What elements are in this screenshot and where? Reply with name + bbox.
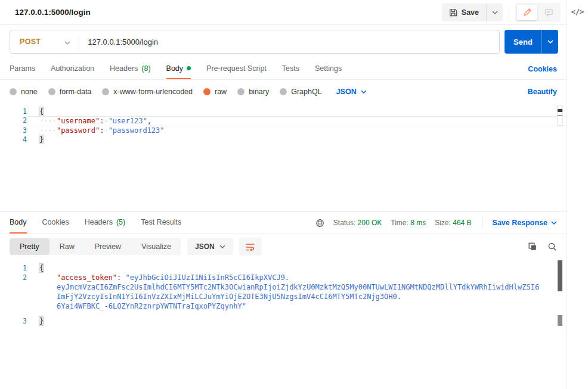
save-button[interactable]: Save	[442, 4, 486, 21]
tab-response-headers[interactable]: Headers(5)	[85, 212, 126, 234]
radio-graphql[interactable]: GraphQL	[280, 88, 321, 96]
code-line-wrapped: ImFjY2VzcyIsInN1YiI6InVzZXIxMjMiLCJuYmYi…	[0, 292, 567, 301]
divider	[509, 5, 509, 20]
save-button-group: Save	[442, 4, 503, 21]
chevron-down-icon	[219, 245, 225, 248]
code-line: 2 "access_token": "eyJhbGciOiJIUzI1NiIsI…	[0, 273, 567, 282]
tab-headers[interactable]: Headers(8)	[110, 58, 151, 79]
code-line-wrapped: 6Yai4WFBKC_-6LOZYnR2znrpYWTNTraIqxoPYZqy…	[0, 301, 567, 311]
code-line: 1 {	[0, 107, 567, 116]
view-pretty[interactable]: Pretty	[10, 238, 49, 255]
response-tabs: Body Cookies Headers(5) Test Results Sta…	[0, 212, 567, 234]
code-snippet-icon[interactable]: </>	[571, 8, 584, 16]
radio-icon	[280, 88, 287, 95]
status-badge: Status: 200 OK	[333, 219, 382, 227]
code-line: 4 }	[0, 135, 567, 144]
url-container: POST 127.0.0.1:5000/login	[10, 30, 500, 54]
body-present-dot	[187, 66, 191, 70]
tab-params[interactable]: Params	[10, 58, 35, 79]
comment-icon	[544, 8, 553, 17]
pencil-icon	[523, 8, 532, 17]
radio-none[interactable]: none	[10, 88, 38, 96]
headers-count-badge: (8)	[141, 64, 150, 73]
close-brace: }	[39, 317, 44, 325]
size-badge: Size: 464 B	[435, 219, 471, 227]
save-icon	[449, 8, 457, 17]
comment-button[interactable]	[539, 5, 559, 20]
code-line-wrapped: eyJmcmVzaCI6ZmFsc2UsImlhdCI6MTY5MTc2NTk3…	[0, 282, 567, 292]
radio-icon	[48, 88, 55, 95]
request-url-row: POST 127.0.0.1:5000/login Send	[0, 25, 567, 58]
raw-format-selector[interactable]: JSON	[336, 88, 367, 96]
send-button[interactable]: Send	[505, 30, 541, 54]
code-line: 3 }	[0, 316, 567, 326]
chevron-down-icon[interactable]	[41, 37, 79, 46]
radio-icon	[102, 88, 109, 95]
save-button-label: Save	[462, 8, 479, 17]
tab-authorization[interactable]: Authorization	[51, 58, 94, 79]
chevron-down-icon	[547, 40, 553, 43]
response-format-selector[interactable]: JSON	[187, 238, 233, 255]
response-actions	[528, 242, 557, 251]
cookies-link[interactable]: Cookies	[528, 65, 557, 73]
open-brace: {	[39, 107, 44, 116]
tab-response-body[interactable]: Body	[10, 212, 27, 234]
request-title-bar: 127.0.0.1:5000/login Save	[0, 0, 567, 25]
tab-test-results[interactable]: Test Results	[141, 212, 181, 234]
chevron-down-icon	[361, 90, 367, 94]
save-options-button[interactable]	[486, 4, 503, 21]
open-brace: {	[39, 264, 44, 272]
radio-icon	[237, 88, 245, 95]
request-tabs: Params Authorization Headers(8) Body Pre…	[0, 58, 567, 80]
code-line-current: 2 ····"username":·"user123",	[0, 116, 567, 126]
tab-body[interactable]: Body	[166, 58, 191, 79]
view-raw[interactable]: Raw	[49, 238, 85, 255]
radio-selected-icon	[203, 88, 211, 95]
wrap-lines-icon	[245, 242, 255, 251]
code-line: 1 {	[0, 263, 567, 273]
method-selector[interactable]: POST	[10, 38, 41, 46]
view-visualize[interactable]: Visualize	[131, 238, 181, 255]
search-icon	[547, 242, 557, 251]
url-input[interactable]: 127.0.0.1:5000/login	[79, 38, 499, 46]
topbar-actions: Save	[442, 3, 561, 22]
right-sidebar-rail: </>	[567, 0, 588, 389]
divider	[482, 216, 482, 230]
tab-settings[interactable]: Settings	[315, 58, 342, 79]
view-preview[interactable]: Preview	[85, 238, 131, 255]
tab-response-cookies[interactable]: Cookies	[42, 212, 69, 234]
response-body-editor[interactable]: 1 { 2 "access_token": "eyJhbGciOiJIUzI1N…	[0, 259, 567, 389]
request-body-editor[interactable]: 1 { 2 ····"username":·"user123", 3 ····"…	[0, 104, 567, 212]
time-badge: Time: 8 ms	[391, 219, 426, 227]
request-editor-scrollbar[interactable]	[557, 105, 563, 126]
tab-pre-request-script[interactable]: Pre-request Script	[206, 58, 267, 79]
save-response-button[interactable]: Save Response	[493, 219, 557, 227]
radio-raw[interactable]: raw	[203, 88, 227, 96]
radio-icon	[10, 88, 17, 95]
response-view-toolbar: Pretty Raw Preview Visualize JSON	[0, 234, 567, 259]
beautify-link[interactable]: Beautify	[528, 88, 557, 96]
copy-icon	[528, 242, 537, 251]
globe-icon[interactable]	[315, 219, 324, 228]
response-headers-count-badge: (5)	[116, 218, 125, 226]
response-meta: Status: 200 OK Time: 8 ms Size: 464 B Sa…	[315, 212, 557, 234]
send-button-group: Send	[505, 30, 558, 54]
edit-comment-toggle	[515, 3, 561, 22]
view-switcher: Pretty Raw Preview Visualize	[10, 238, 181, 255]
wrap-lines-button[interactable]	[239, 238, 262, 256]
chevron-down-icon	[551, 221, 557, 225]
edit-button[interactable]	[517, 5, 537, 20]
search-button[interactable]	[547, 242, 557, 251]
radio-binary[interactable]: binary	[237, 88, 269, 96]
radio-x-www-form-urlencoded[interactable]: x-www-form-urlencoded	[102, 88, 193, 96]
close-brace: }	[39, 135, 44, 144]
code-line: 3 ····"password":·"password123"	[0, 126, 567, 135]
response-editor-scrollbar[interactable]	[557, 260, 563, 385]
request-title: 127.0.0.1:5000/login	[15, 8, 91, 17]
tab-tests[interactable]: Tests	[282, 58, 299, 79]
body-type-row: none form-data x-www-form-urlencoded raw…	[0, 80, 567, 104]
send-options-button[interactable]	[541, 30, 558, 54]
copy-button[interactable]	[528, 242, 537, 251]
radio-form-data[interactable]: form-data	[48, 88, 92, 96]
main-panel: 127.0.0.1:5000/login Save	[0, 0, 567, 389]
